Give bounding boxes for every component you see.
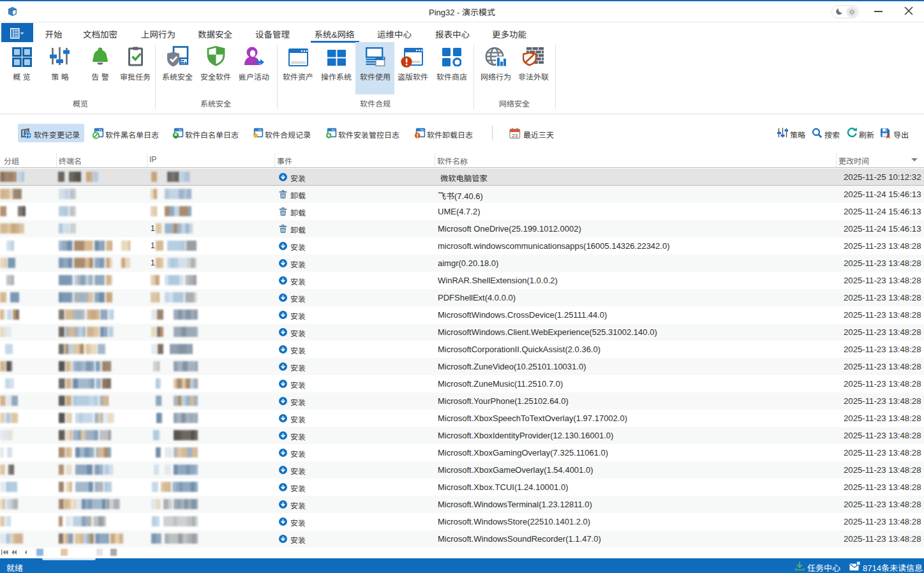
svg-text:23: 23 — [512, 133, 518, 138]
